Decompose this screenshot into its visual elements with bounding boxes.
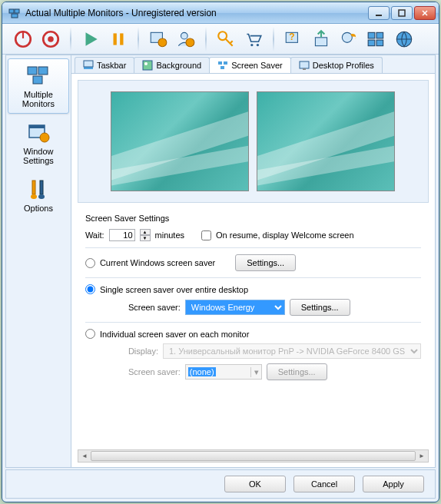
cart-icon[interactable] bbox=[240, 26, 267, 52]
feedback-icon[interactable] bbox=[336, 26, 362, 52]
single-settings-button[interactable]: Settings... bbox=[290, 299, 350, 316]
titlebar[interactable]: Actual Multiple Monitors - Unregistered … bbox=[2, 2, 439, 24]
radio-single[interactable] bbox=[85, 284, 95, 294]
stop-icon[interactable] bbox=[38, 26, 64, 52]
tab-desktop-profiles[interactable]: Desktop Profiles bbox=[290, 57, 383, 73]
svg-rect-44 bbox=[300, 61, 309, 68]
wait-input[interactable] bbox=[109, 229, 135, 241]
svg-rect-20 bbox=[315, 37, 327, 45]
svg-rect-42 bbox=[224, 61, 227, 65]
svg-point-32 bbox=[40, 133, 49, 142]
svg-rect-45 bbox=[303, 68, 306, 70]
wait-label: Wait: bbox=[85, 230, 104, 240]
svg-rect-3 bbox=[376, 15, 382, 16]
indiv-saver-select[interactable]: (none) ▾ bbox=[185, 364, 262, 380]
cancel-button[interactable]: Cancel bbox=[293, 476, 355, 492]
play-icon[interactable] bbox=[78, 26, 104, 52]
radio-individual-label: Individual screen saver on each monitor bbox=[100, 330, 249, 339]
svg-rect-43 bbox=[220, 66, 224, 69]
svg-rect-29 bbox=[33, 76, 42, 84]
sidebar-item-label: Multiple Monitors bbox=[10, 90, 67, 108]
svg-point-21 bbox=[342, 32, 352, 42]
svg-rect-10 bbox=[120, 33, 123, 45]
power-icon[interactable] bbox=[10, 26, 36, 52]
svg-rect-24 bbox=[368, 40, 375, 46]
user-gear-icon[interactable] bbox=[173, 26, 199, 52]
globe-icon[interactable] bbox=[391, 26, 417, 52]
footer: OK Cancel Apply bbox=[5, 469, 436, 499]
window-title: Actual Multiple Monitors - Unregistered … bbox=[25, 8, 368, 18]
tabs: Taskbar Background Screen Saver Desktop … bbox=[71, 55, 435, 74]
svg-point-13 bbox=[181, 32, 188, 39]
svg-rect-25 bbox=[376, 40, 383, 46]
screen-saver-select[interactable]: Windows Energy bbox=[185, 300, 285, 315]
radio-individual[interactable] bbox=[85, 329, 95, 339]
svg-rect-6 bbox=[22, 31, 24, 38]
svg-point-36 bbox=[38, 194, 45, 199]
spin-up-button[interactable]: ▲ bbox=[140, 229, 151, 235]
sidebar-item-label: Options bbox=[24, 204, 53, 213]
svg-rect-41 bbox=[218, 61, 222, 65]
svg-point-40 bbox=[144, 62, 148, 65]
apply-button[interactable]: Apply bbox=[363, 476, 424, 492]
monitor-preview-2 bbox=[257, 91, 395, 191]
display-select[interactable]: 1. Универсальный монитор PnP -> NVIDIA G… bbox=[163, 343, 421, 359]
monitors-icon[interactable] bbox=[363, 26, 390, 52]
app-icon bbox=[8, 7, 21, 19]
key-icon[interactable] bbox=[213, 26, 239, 52]
indiv-saver-label: Screen saver: bbox=[128, 367, 181, 376]
sidebar: Multiple Monitors Window Settings Option… bbox=[6, 55, 71, 467]
radio-current-label: Current Windows screen saver bbox=[100, 258, 215, 267]
svg-rect-38 bbox=[84, 61, 93, 67]
preview-area bbox=[78, 80, 429, 203]
toolbar: ? bbox=[2, 24, 439, 55]
svg-point-17 bbox=[257, 43, 259, 45]
svg-rect-31 bbox=[29, 125, 45, 128]
wait-unit: minutes bbox=[155, 230, 185, 240]
update-icon[interactable] bbox=[308, 26, 334, 52]
sidebar-item-label: Window Settings bbox=[10, 147, 67, 165]
screen-saver-label: Screen saver: bbox=[128, 303, 181, 312]
tab-taskbar[interactable]: Taskbar bbox=[75, 57, 135, 73]
svg-point-35 bbox=[31, 194, 37, 199]
tab-screen-saver[interactable]: Screen Saver bbox=[209, 57, 291, 73]
sidebar-item-window-settings[interactable]: Window Settings bbox=[8, 115, 69, 171]
window-gear-icon[interactable] bbox=[145, 26, 171, 52]
svg-rect-23 bbox=[376, 32, 383, 38]
svg-rect-1 bbox=[15, 9, 19, 13]
svg-point-8 bbox=[48, 36, 54, 42]
spin-down-button[interactable]: ▼ bbox=[140, 235, 151, 241]
resume-checkbox[interactable] bbox=[201, 230, 211, 240]
svg-rect-0 bbox=[9, 9, 14, 13]
resume-label: On resume, display Welcome screen bbox=[216, 230, 354, 240]
ok-button[interactable]: OK bbox=[224, 476, 286, 492]
svg-point-16 bbox=[250, 43, 253, 45]
current-settings-button[interactable]: Settings... bbox=[235, 254, 296, 271]
svg-point-14 bbox=[186, 38, 194, 46]
monitor-preview-1 bbox=[111, 91, 249, 191]
svg-rect-33 bbox=[32, 181, 35, 194]
close-button[interactable] bbox=[414, 6, 436, 20]
maximize-button[interactable] bbox=[391, 6, 413, 20]
svg-rect-27 bbox=[28, 67, 37, 75]
svg-point-12 bbox=[158, 38, 167, 46]
sidebar-item-options[interactable]: Options bbox=[8, 172, 69, 218]
help-icon[interactable]: ? bbox=[280, 26, 307, 52]
sidebar-item-multiple-monitors[interactable]: Multiple Monitors bbox=[8, 58, 69, 114]
radio-current[interactable] bbox=[85, 258, 95, 268]
svg-rect-9 bbox=[114, 33, 117, 45]
tab-background[interactable]: Background bbox=[134, 57, 210, 73]
group-title: Screen Saver Settings bbox=[85, 214, 421, 223]
svg-rect-2 bbox=[12, 14, 18, 18]
radio-single-label: Single screen saver over entire desktop bbox=[100, 285, 248, 294]
horizontal-scrollbar[interactable]: ◄ ► bbox=[78, 449, 429, 463]
indiv-settings-button[interactable]: Settings... bbox=[267, 363, 327, 380]
svg-rect-39 bbox=[143, 61, 152, 70]
svg-rect-34 bbox=[40, 181, 43, 194]
pause-icon[interactable] bbox=[105, 26, 131, 52]
svg-rect-28 bbox=[38, 67, 48, 75]
minimize-button[interactable] bbox=[368, 6, 390, 20]
display-label: Display: bbox=[128, 346, 158, 356]
svg-text:?: ? bbox=[289, 32, 294, 42]
svg-rect-22 bbox=[368, 32, 375, 38]
